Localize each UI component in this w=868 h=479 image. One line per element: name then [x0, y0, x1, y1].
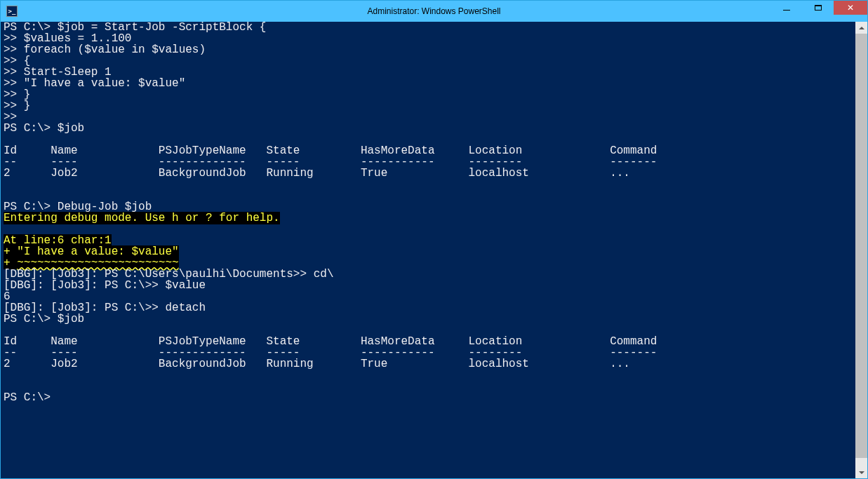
minimize-icon — [783, 10, 790, 11]
scroll-up-button[interactable] — [855, 22, 867, 34]
line: PS C:\> $job — [4, 313, 84, 325]
table-row: 2 Job2 BackgroundJob Running True localh… — [4, 358, 630, 370]
scrollbar-track[interactable] — [855, 34, 867, 466]
powershell-window: >_ Administrator: Windows PowerShell ✕ P… — [0, 0, 868, 479]
terminal-area: PS C:\> $job = Start-Job -ScriptBlock { … — [1, 22, 867, 478]
line: >> "I have a value: $value" — [4, 77, 185, 90]
scrollbar-thumb[interactable] — [855, 34, 867, 458]
debug-line: [DBG]: [Job3]: PS C:\>> $value — [4, 279, 206, 292]
window-controls: ✕ — [770, 1, 867, 22]
close-icon: ✕ — [847, 4, 854, 12]
terminal-output[interactable]: PS C:\> $job = Start-Job -ScriptBlock { … — [1, 22, 855, 478]
close-button[interactable]: ✕ — [834, 1, 867, 15]
maximize-button[interactable] — [802, 1, 834, 15]
chevron-down-icon — [859, 471, 864, 474]
window-title: Administrator: Windows PowerShell — [367, 6, 500, 16]
powershell-icon: >_ — [6, 6, 18, 17]
prompt: PS C:\> — [4, 391, 51, 404]
chevron-up-icon — [859, 27, 864, 29]
line: PS C:\> $job — [4, 122, 84, 135]
maximize-icon — [815, 5, 822, 11]
titlebar[interactable]: >_ Administrator: Windows PowerShell ✕ — [1, 1, 867, 22]
debug-message: Entering debug mode. Use h or ? for help… — [4, 212, 280, 224]
line: >> foreach ($value in $values) — [4, 43, 206, 56]
scroll-down-button[interactable] — [855, 466, 867, 478]
minimize-button[interactable] — [770, 1, 802, 15]
table-row: 2 Job2 BackgroundJob Running True localh… — [4, 167, 630, 180]
scrollbar[interactable] — [855, 22, 867, 478]
